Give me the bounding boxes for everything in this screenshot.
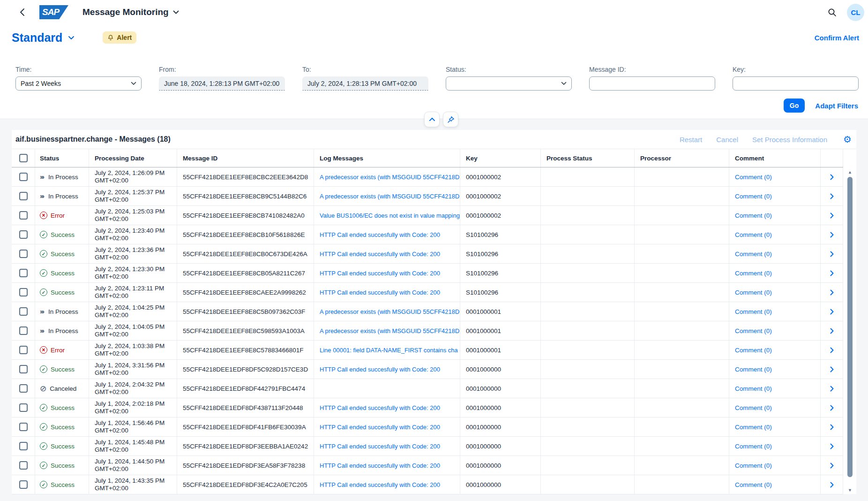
go-button[interactable]: Go xyxy=(784,99,805,113)
comment-link[interactable]: Comment (0) xyxy=(735,193,772,200)
row-checkbox[interactable] xyxy=(19,288,28,296)
log-message-link[interactable]: HTTP Call ended succesfully with Code: 2… xyxy=(320,404,440,411)
row-checkbox[interactable] xyxy=(19,346,28,354)
log-message-link[interactable]: A predecessor exists (with MSGGUID 55CFF… xyxy=(320,193,459,200)
log-message-link[interactable]: HTTP Call ended succesfully with Code: 2… xyxy=(320,424,440,431)
column-header-comment[interactable]: Comment xyxy=(729,149,821,167)
row-navigation-button[interactable] xyxy=(821,321,843,340)
row-navigation-button[interactable] xyxy=(821,167,843,186)
row-checkbox[interactable] xyxy=(19,326,28,335)
comment-link[interactable]: Comment (0) xyxy=(735,174,772,181)
row-navigation-button[interactable] xyxy=(821,456,843,475)
comment-link[interactable]: Comment (0) xyxy=(735,212,772,219)
row-checkbox[interactable] xyxy=(19,230,28,239)
message-id-filter-input[interactable] xyxy=(589,76,715,91)
comment-link[interactable]: Comment (0) xyxy=(735,347,772,354)
comment-link[interactable]: Comment (0) xyxy=(735,327,772,334)
row-checkbox[interactable] xyxy=(19,250,28,258)
alert-badge[interactable]: Alert xyxy=(103,31,136,44)
row-checkbox[interactable] xyxy=(19,269,28,277)
status-filter-select[interactable] xyxy=(446,76,572,91)
confirm-alert-link[interactable]: Confirm Alert xyxy=(815,34,859,42)
column-header-processing-date[interactable]: Processing Date xyxy=(89,149,177,167)
row-navigation-button[interactable] xyxy=(821,244,843,263)
row-checkbox[interactable] xyxy=(19,403,28,412)
log-message-link[interactable]: HTTP Call ended succesfully with Code: 2… xyxy=(320,250,440,258)
log-message-link[interactable]: HTTP Call ended succesfully with Code: 2… xyxy=(320,289,440,296)
comment-link[interactable]: Comment (0) xyxy=(735,366,772,373)
comment-link[interactable]: Comment (0) xyxy=(735,404,772,411)
comment-link[interactable]: Comment (0) xyxy=(735,231,772,238)
collapse-header-button[interactable] xyxy=(424,112,440,127)
row-checkbox[interactable] xyxy=(19,442,28,450)
row-navigation-button[interactable] xyxy=(821,437,843,455)
table-settings-button[interactable]: ⚙ xyxy=(843,135,852,144)
comment-link[interactable]: Comment (0) xyxy=(735,462,772,469)
time-filter-select[interactable]: Past 2 Weeks xyxy=(15,76,142,91)
key-filter-input[interactable] xyxy=(733,76,859,91)
cancel-button[interactable]: Cancel xyxy=(716,136,738,144)
comment-link[interactable]: Comment (0) xyxy=(735,481,772,488)
pin-header-button[interactable] xyxy=(443,112,458,127)
row-navigation-button[interactable] xyxy=(821,379,843,398)
comment-link[interactable]: Comment (0) xyxy=(735,270,772,277)
column-header-key[interactable]: Key xyxy=(460,149,541,167)
log-message-link[interactable]: A predecessor exists (with MSGGUID 55CFF… xyxy=(320,327,459,334)
back-button[interactable] xyxy=(14,4,30,20)
scroll-up-arrow-icon[interactable]: ▲ xyxy=(846,169,853,175)
row-navigation-button[interactable] xyxy=(821,418,843,436)
scroll-down-arrow-icon[interactable]: ▼ xyxy=(846,487,853,493)
row-navigation-button[interactable] xyxy=(821,283,843,302)
row-navigation-button[interactable] xyxy=(821,187,843,205)
comment-link[interactable]: Comment (0) xyxy=(735,443,772,450)
comment-link[interactable]: Comment (0) xyxy=(735,289,772,296)
log-message-link[interactable]: A predecessor exists (with MSGGUID 55CFF… xyxy=(320,308,459,315)
row-checkbox[interactable] xyxy=(19,211,28,220)
select-all-checkbox[interactable] xyxy=(19,154,28,162)
avatar[interactable]: CL xyxy=(847,4,864,21)
row-checkbox[interactable] xyxy=(19,461,28,470)
column-header-log-messages[interactable]: Log Messages xyxy=(314,149,460,167)
row-checkbox[interactable] xyxy=(19,365,28,373)
row-checkbox[interactable] xyxy=(19,307,28,316)
row-checkbox[interactable] xyxy=(19,192,28,200)
log-message-link[interactable]: HTTP Call ended succesfully with Code: 2… xyxy=(320,481,440,488)
search-button[interactable] xyxy=(823,4,840,21)
log-message-link[interactable]: HTTP Call ended succesfully with Code: 2… xyxy=(320,443,440,450)
comment-link[interactable]: Comment (0) xyxy=(735,308,772,315)
column-header-processor[interactable]: Processor xyxy=(635,149,729,167)
log-message-link[interactable]: HTTP Call ended succesfully with Code: 2… xyxy=(320,366,440,373)
row-checkbox[interactable] xyxy=(19,173,28,181)
log-message-link[interactable]: HTTP Call ended succesfully with Code: 2… xyxy=(320,462,440,469)
vertical-scrollbar[interactable]: ▲ ▼ xyxy=(846,169,853,493)
comment-link[interactable]: Comment (0) xyxy=(735,250,772,258)
set-process-information-button[interactable]: Set Process Information xyxy=(752,136,827,144)
column-header-message-id[interactable]: Message ID xyxy=(177,149,314,167)
row-navigation-button[interactable] xyxy=(821,475,843,494)
row-navigation-button[interactable] xyxy=(821,341,843,359)
scrollbar-thumb[interactable] xyxy=(847,177,853,477)
comment-link[interactable]: Comment (0) xyxy=(735,385,772,392)
row-navigation-button[interactable] xyxy=(821,264,843,282)
log-message-link[interactable]: Value BUS1006/EC does not exist in value… xyxy=(320,212,460,219)
column-header-status[interactable]: Status xyxy=(35,149,89,167)
row-navigation-button[interactable] xyxy=(821,302,843,321)
log-message-link[interactable]: HTTP Call ended succesfully with Code: 2… xyxy=(320,231,440,238)
log-message-link[interactable]: A predecessor exists (with MSGGUID 55CFF… xyxy=(320,174,459,181)
row-checkbox[interactable] xyxy=(19,423,28,431)
row-navigation-button[interactable] xyxy=(821,398,843,417)
restart-button[interactable]: Restart xyxy=(680,136,702,144)
log-message-link[interactable]: HTTP Call ended succesfully with Code: 2… xyxy=(320,270,440,277)
row-navigation-button[interactable] xyxy=(821,225,843,244)
comment-link[interactable]: Comment (0) xyxy=(735,424,772,431)
status-text: In Process xyxy=(48,174,78,181)
row-checkbox[interactable] xyxy=(19,384,28,393)
app-title-menu[interactable]: Message Monitoring xyxy=(82,7,179,17)
column-header-process-status[interactable]: Process Status xyxy=(541,149,635,167)
row-navigation-button[interactable] xyxy=(821,360,843,379)
row-navigation-button[interactable] xyxy=(821,206,843,225)
variant-selector[interactable]: Standard xyxy=(12,31,75,45)
row-checkbox[interactable] xyxy=(19,480,28,489)
adapt-filters-link[interactable]: Adapt Filters xyxy=(815,102,858,110)
log-message-link[interactable]: Line 00001: field DATA-NAME_FIRST contai… xyxy=(320,347,458,354)
